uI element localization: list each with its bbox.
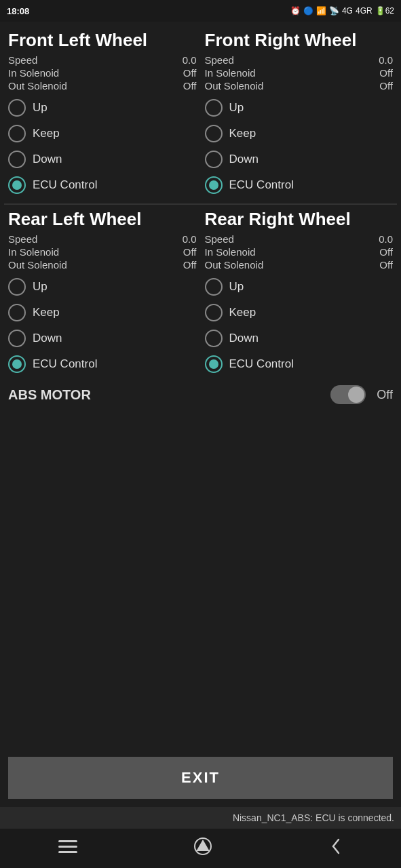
middle-divider bbox=[4, 203, 397, 205]
front-right-ecu-radio[interactable] bbox=[205, 176, 223, 194]
front-left-radio-group: Up Keep Down ECU Control bbox=[8, 96, 197, 197]
rear-left-keep-radio[interactable] bbox=[8, 304, 26, 321]
front-left-up-radio[interactable] bbox=[8, 99, 26, 117]
rear-right-speed-row: Speed 0.0 bbox=[205, 233, 394, 245]
front-left-ecu-option[interactable]: ECU Control bbox=[8, 174, 197, 197]
front-right-outsolenoid-value: Off bbox=[379, 80, 393, 92]
abs-motor-value: Off bbox=[377, 388, 393, 402]
rear-left-section: Rear Left Wheel Speed 0.0 In Solenoid Of… bbox=[4, 206, 201, 378]
front-left-down-option[interactable]: Down bbox=[8, 148, 197, 171]
rear-right-ecu-option[interactable]: ECU Control bbox=[205, 353, 394, 376]
bluetooth-icon: 🔵 bbox=[303, 6, 313, 16]
rear-right-keep-option[interactable]: Keep bbox=[205, 301, 394, 324]
rear-right-down-option[interactable]: Down bbox=[205, 327, 394, 350]
rear-left-insolenoid-row: In Solenoid Off bbox=[8, 245, 197, 258]
network-4g: 4G bbox=[342, 6, 353, 16]
ecu-status-text: Nissan_NC1_ABS: ECU is connected. bbox=[233, 812, 394, 823]
front-left-speed-value: 0.0 bbox=[183, 54, 197, 66]
abs-motor-label: ABS MOTOR bbox=[8, 387, 324, 403]
rear-right-outsolenoid-label: Out Solenoid bbox=[205, 259, 264, 271]
rear-left-down-radio[interactable] bbox=[8, 330, 26, 347]
rear-left-ecu-option[interactable]: ECU Control bbox=[8, 353, 197, 376]
rear-right-down-label: Down bbox=[229, 332, 259, 345]
network-4gr: 4GR bbox=[356, 6, 373, 16]
rear-right-section: Rear Right Wheel Speed 0.0 In Solenoid O… bbox=[201, 206, 398, 378]
front-right-keep-radio[interactable] bbox=[205, 125, 223, 142]
rear-left-up-radio[interactable] bbox=[8, 278, 26, 296]
front-right-up-radio[interactable] bbox=[205, 99, 223, 117]
rear-left-up-label: Up bbox=[33, 280, 47, 294]
svg-marker-4 bbox=[197, 841, 208, 850]
front-left-keep-option[interactable]: Keep bbox=[8, 122, 197, 145]
rear-left-speed-label: Speed bbox=[8, 233, 37, 245]
front-left-down-label: Down bbox=[33, 153, 62, 166]
front-left-ecu-radio[interactable] bbox=[8, 176, 26, 194]
front-right-speed-label: Speed bbox=[205, 54, 234, 66]
front-left-up-option[interactable]: Up bbox=[8, 96, 197, 119]
front-right-outsolenoid-label: Out Solenoid bbox=[205, 80, 264, 92]
nav-menu-icon[interactable] bbox=[45, 833, 91, 863]
rear-left-down-option[interactable]: Down bbox=[8, 327, 197, 350]
rear-left-title: Rear Left Wheel bbox=[8, 209, 197, 230]
nav-home-icon[interactable] bbox=[180, 831, 226, 865]
rear-right-radio-group: Up Keep Down ECU Control bbox=[205, 275, 394, 376]
svg-rect-0 bbox=[58, 840, 77, 842]
rear-wheels-grid: Rear Left Wheel Speed 0.0 In Solenoid Of… bbox=[4, 206, 397, 378]
exit-button[interactable]: EXIT bbox=[8, 757, 393, 799]
rear-left-outsolenoid-value: Off bbox=[183, 259, 197, 271]
content-spacer bbox=[4, 411, 397, 753]
front-left-outsolenoid-value: Off bbox=[183, 80, 197, 92]
rear-left-insolenoid-label: In Solenoid bbox=[8, 246, 59, 258]
rear-left-radio-group: Up Keep Down ECU Control bbox=[8, 275, 197, 376]
exit-section: EXIT bbox=[4, 753, 397, 802]
nav-bar bbox=[0, 829, 401, 868]
front-right-down-option[interactable]: Down bbox=[205, 148, 394, 171]
front-right-section: Front Right Wheel Speed 0.0 In Solenoid … bbox=[201, 27, 398, 199]
rear-right-insolenoid-value: Off bbox=[379, 246, 393, 258]
front-left-title: Front Left Wheel bbox=[8, 30, 197, 51]
abs-motor-row: ABS MOTOR Off bbox=[4, 378, 397, 411]
front-left-section: Front Left Wheel Speed 0.0 In Solenoid O… bbox=[4, 27, 201, 199]
front-wheels-grid: Front Left Wheel Speed 0.0 In Solenoid O… bbox=[4, 27, 397, 199]
rear-left-speed-row: Speed 0.0 bbox=[8, 233, 197, 245]
svg-rect-1 bbox=[58, 846, 77, 848]
front-right-outsolenoid-row: Out Solenoid Off bbox=[205, 79, 394, 92]
rear-right-ecu-label: ECU Control bbox=[229, 357, 294, 371]
alarm-icon: ⏰ bbox=[290, 6, 301, 16]
rear-left-outsolenoid-row: Out Solenoid Off bbox=[8, 258, 197, 271]
front-right-down-radio[interactable] bbox=[205, 151, 223, 168]
rear-left-outsolenoid-label: Out Solenoid bbox=[8, 259, 67, 271]
front-left-speed-label: Speed bbox=[8, 54, 37, 66]
front-right-keep-option[interactable]: Keep bbox=[205, 122, 394, 145]
front-left-speed-row: Speed 0.0 bbox=[8, 54, 197, 66]
rear-left-keep-label: Keep bbox=[33, 306, 60, 319]
rear-left-up-option[interactable]: Up bbox=[8, 275, 197, 298]
front-left-insolenoid-row: In Solenoid Off bbox=[8, 66, 197, 79]
rear-right-keep-radio[interactable] bbox=[205, 304, 223, 321]
front-right-up-label: Up bbox=[229, 101, 244, 115]
svg-rect-2 bbox=[58, 851, 77, 853]
rear-right-speed-value: 0.0 bbox=[379, 233, 393, 245]
front-right-up-option[interactable]: Up bbox=[205, 96, 394, 119]
front-left-keep-label: Keep bbox=[33, 127, 60, 140]
front-right-ecu-label: ECU Control bbox=[229, 178, 294, 192]
rear-right-speed-label: Speed bbox=[205, 233, 234, 245]
front-left-ecu-label: ECU Control bbox=[33, 178, 97, 192]
rear-right-down-radio[interactable] bbox=[205, 330, 223, 347]
rear-left-ecu-radio[interactable] bbox=[8, 355, 26, 373]
rear-right-outsolenoid-value: Off bbox=[379, 259, 393, 271]
rear-right-ecu-radio[interactable] bbox=[205, 355, 223, 373]
rear-right-up-option[interactable]: Up bbox=[205, 275, 394, 298]
ecu-status-bar: Nissan_NC1_ABS: ECU is connected. bbox=[0, 807, 401, 829]
front-right-keep-label: Keep bbox=[229, 127, 256, 140]
front-left-down-radio[interactable] bbox=[8, 151, 26, 168]
nav-back-icon[interactable] bbox=[316, 831, 356, 865]
rear-right-up-radio[interactable] bbox=[205, 278, 223, 296]
front-right-ecu-option[interactable]: ECU Control bbox=[205, 174, 394, 197]
abs-motor-toggle[interactable] bbox=[330, 385, 366, 404]
rear-right-outsolenoid-row: Out Solenoid Off bbox=[205, 258, 394, 271]
front-right-insolenoid-value: Off bbox=[379, 67, 393, 79]
front-right-speed-value: 0.0 bbox=[379, 54, 393, 66]
front-left-keep-radio[interactable] bbox=[8, 125, 26, 142]
rear-left-keep-option[interactable]: Keep bbox=[8, 301, 197, 324]
